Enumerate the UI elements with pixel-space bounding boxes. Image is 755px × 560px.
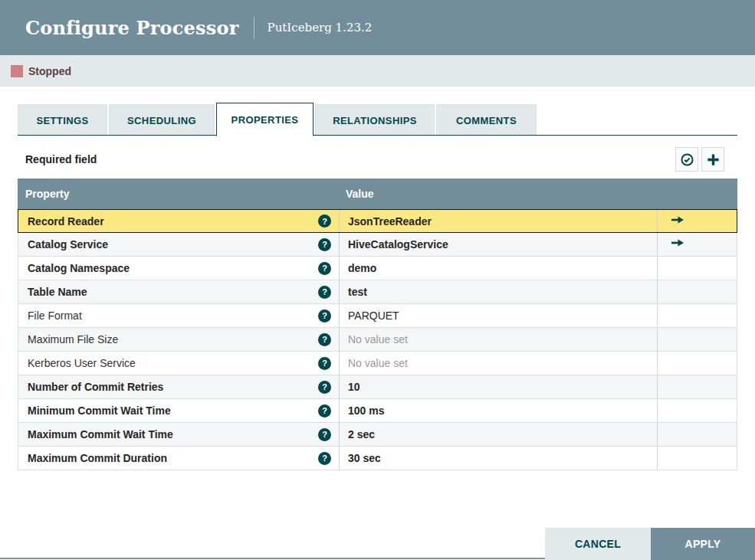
property-row[interactable]: Maximum Commit Duration?30 sec (18, 447, 737, 470)
go-to-service-arrow-icon[interactable] (670, 215, 685, 228)
tab-comments[interactable]: COMMENTS (436, 104, 537, 136)
property-value-cell[interactable]: JsonTreeReader (339, 210, 657, 232)
help-icon[interactable]: ? (318, 215, 331, 228)
help-icon[interactable]: ? (318, 357, 331, 370)
property-name-cell: Record Reader? (18, 210, 339, 232)
help-icon[interactable]: ? (318, 262, 331, 275)
property-row[interactable]: File Format?PARQUET (18, 304, 737, 328)
property-row[interactable]: Maximum Commit Wait Time?2 sec (18, 423, 737, 447)
property-name: Kerberos User Service (28, 357, 136, 369)
property-name-cell: Catalog Service? (18, 233, 339, 256)
column-header-property: Property (18, 188, 338, 200)
property-row[interactable]: Catalog Namespace?demo (18, 257, 737, 280)
help-icon[interactable]: ? (318, 452, 331, 465)
property-name: Catalog Namespace (28, 262, 130, 274)
property-name-cell: Maximum File Size? (18, 328, 339, 351)
row-action-cell (657, 399, 737, 422)
property-value-cell[interactable]: demo (339, 257, 657, 280)
help-icon[interactable]: ? (318, 404, 331, 418)
row-action-cell (657, 304, 737, 327)
property-name: Minimum Commit Wait Time (28, 404, 171, 417)
apply-button[interactable]: APPLY (651, 528, 755, 560)
tab-properties[interactable]: PROPERTIES (216, 103, 313, 136)
help-icon[interactable]: ? (318, 238, 331, 251)
go-to-service-arrow-icon[interactable] (670, 237, 685, 251)
property-name-cell: Table Name? (18, 280, 339, 303)
property-value-cell[interactable]: 100 ms (339, 399, 657, 422)
help-icon[interactable]: ? (318, 309, 331, 323)
tab-scheduling[interactable]: SCHEDULING (109, 104, 215, 136)
row-action-cell (657, 352, 737, 375)
table-header-row: Property Value (18, 178, 737, 209)
property-row[interactable]: Maximum File Size?No value set (18, 328, 737, 352)
property-name: Number of Commit Retries (28, 381, 163, 393)
help-icon[interactable]: ? (318, 381, 331, 394)
row-action-cell (657, 375, 737, 398)
help-icon[interactable]: ? (318, 428, 331, 441)
property-row[interactable]: Record Reader?JsonTreeReader (18, 209, 737, 233)
help-icon[interactable]: ? (318, 286, 331, 299)
property-row[interactable]: Number of Commit Retries?10 (18, 375, 737, 399)
row-action-cell (657, 210, 737, 232)
property-name-cell: Kerberos User Service? (18, 352, 339, 375)
status-label: Stopped (28, 65, 71, 77)
plus-icon (706, 152, 721, 167)
circle-check-icon (680, 152, 694, 167)
tab-settings[interactable]: SETTINGS (18, 104, 107, 136)
title-divider (254, 17, 254, 38)
add-property-button[interactable] (701, 147, 724, 172)
property-value-cell[interactable]: test (339, 280, 657, 303)
property-name-cell: Maximum Commit Duration? (18, 447, 339, 470)
tab-relationships[interactable]: RELATIONSHIPS (315, 104, 435, 136)
property-value-cell[interactable]: PARQUET (339, 304, 657, 327)
tab-bar: SETTINGSSCHEDULINGPROPERTIESRELATIONSHIP… (18, 102, 737, 136)
cancel-button[interactable]: CANCEL (545, 528, 651, 560)
property-name: Catalog Service (28, 238, 108, 251)
processor-name-version: PutIceberg 1.23.2 (268, 21, 373, 34)
dialog-title: Configure Processor (25, 17, 239, 39)
row-action-cell (657, 447, 737, 470)
property-name-cell: Minimum Commit Wait Time? (18, 399, 339, 422)
property-value-cell[interactable]: 30 sec (339, 447, 657, 470)
dialog-header: Configure Processor PutIceberg 1.23.2 (0, 0, 755, 55)
property-row[interactable]: Kerberos User Service?No value set (18, 352, 737, 375)
column-header-value: Value (338, 188, 656, 200)
property-name-cell: Maximum Commit Wait Time? (18, 423, 339, 446)
verify-properties-button[interactable] (675, 147, 698, 172)
property-name-cell: Catalog Namespace? (18, 257, 339, 280)
property-name-cell: Number of Commit Retries? (18, 375, 339, 398)
property-value-cell[interactable]: 2 sec (339, 423, 657, 446)
property-name: File Format (28, 309, 82, 322)
required-field-label: Required field (25, 153, 97, 165)
dialog-content: SETTINGSSCHEDULINGPROPERTIESRELATIONSHIP… (0, 102, 755, 470)
property-value-cell[interactable]: HiveCatalogService (339, 233, 657, 256)
property-value-cell[interactable]: No value set (339, 352, 657, 375)
help-icon[interactable]: ? (318, 333, 331, 346)
row-action-cell (657, 423, 737, 446)
properties-toolbar: Required field (18, 147, 737, 172)
property-row[interactable]: Table Name?test (18, 280, 737, 304)
property-name: Maximum Commit Duration (28, 452, 167, 464)
table-body: Record Reader?JsonTreeReaderCatalog Serv… (18, 209, 737, 470)
property-value-cell[interactable]: 10 (339, 375, 657, 398)
stopped-state-icon (11, 65, 23, 77)
property-row[interactable]: Minimum Commit Wait Time?100 ms (18, 399, 737, 423)
property-name: Maximum Commit Wait Time (28, 428, 173, 440)
property-name: Maximum File Size (28, 333, 118, 345)
property-value-cell[interactable]: No value set (339, 328, 657, 351)
property-name: Table Name (28, 286, 87, 298)
configure-processor-dialog: Configure Processor PutIceberg 1.23.2 St… (0, 0, 755, 560)
property-name-cell: File Format? (18, 304, 339, 327)
row-action-cell (657, 328, 737, 351)
property-name: Record Reader (28, 215, 104, 228)
status-bar: Stopped (0, 55, 755, 87)
property-row[interactable]: Catalog Service?HiveCatalogService (18, 233, 737, 257)
properties-table: Property Value Record Reader?JsonTreeRea… (18, 178, 737, 470)
row-action-cell (657, 233, 737, 256)
row-action-cell (657, 257, 737, 280)
row-action-cell (657, 280, 737, 303)
